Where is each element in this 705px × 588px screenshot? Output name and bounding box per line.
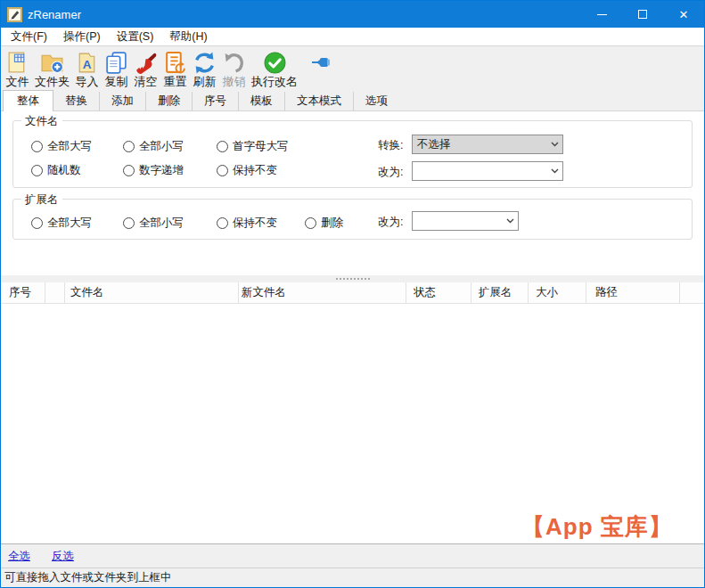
invert-selection-link[interactable]: 反选 xyxy=(52,549,74,564)
column-header-filler xyxy=(680,282,704,303)
tab-text-mode[interactable]: 文本模式 xyxy=(285,92,354,110)
column-header-extension[interactable]: 扩展名 xyxy=(471,282,529,303)
menu-help[interactable]: 帮助(H) xyxy=(161,28,215,45)
groupbox-title: 扩展名 xyxy=(21,192,62,208)
toolbar: 文件 文件夹 A 导入 复制 清空 xyxy=(1,46,704,90)
tab-add[interactable]: 添加 xyxy=(100,92,146,110)
filename-convert-select[interactable]: 不选择 xyxy=(412,135,563,154)
reset-document-icon xyxy=(163,51,187,75)
column-header-filename[interactable]: 文件名 xyxy=(65,282,239,303)
ext-keep-radio[interactable]: 保持不变 xyxy=(217,216,277,230)
maximize-button[interactable] xyxy=(622,1,663,28)
folder-plus-icon xyxy=(40,51,64,75)
toolbar-label: 重置 xyxy=(164,75,187,88)
tab-options[interactable]: 选项 xyxy=(354,92,399,110)
ext-delete-radio[interactable]: 删除 xyxy=(305,216,343,230)
ext-lowercase-radio[interactable]: 全部小写 xyxy=(123,216,184,230)
window-controls: ✕ xyxy=(581,1,704,28)
column-header-index[interactable]: 序号 xyxy=(1,282,45,303)
column-header-path[interactable]: 路径 xyxy=(586,282,680,303)
maximize-icon xyxy=(638,10,647,19)
title-bar: zRenamer ✕ xyxy=(1,1,704,28)
ext-uppercase-radio[interactable]: 全部大写 xyxy=(31,216,92,230)
groupbox-title: 文件名 xyxy=(21,114,62,129)
execute-rename-button[interactable]: 执行改名 xyxy=(249,50,300,89)
filename-groupbox: 文件名 全部大写 全部小写 首字母大写 随机数 数字递增 xyxy=(12,120,693,188)
splitter-grip-icon xyxy=(336,278,370,280)
radio-circle-icon xyxy=(123,165,135,176)
status-bar: 可直接拖入文件或文件夹到上框中 xyxy=(1,568,704,587)
toolbar-label: 执行改名 xyxy=(251,75,298,88)
menu-operation[interactable]: 操作(P) xyxy=(55,28,109,45)
minimize-icon xyxy=(597,14,607,15)
clear-button[interactable]: 清空 xyxy=(131,50,160,89)
check-circle-icon xyxy=(263,51,287,75)
filename-uppercase-radio[interactable]: 全部大写 xyxy=(31,139,92,153)
svg-text:A: A xyxy=(83,58,92,71)
column-header-status[interactable]: 状态 xyxy=(406,282,471,303)
filename-increment-radio[interactable]: 数字递增 xyxy=(123,163,184,177)
toolbar-label: 复制 xyxy=(105,75,128,88)
change-to-label: 改为: xyxy=(378,165,410,180)
copy-icon xyxy=(104,51,128,75)
menu-settings[interactable]: 设置(S) xyxy=(109,28,162,45)
convert-label: 转换: xyxy=(378,138,410,153)
refresh-icon xyxy=(193,51,217,75)
tab-template[interactable]: 模板 xyxy=(239,92,285,110)
filename-capitalize-radio[interactable]: 首字母大写 xyxy=(217,139,289,153)
reset-button[interactable]: 重置 xyxy=(160,50,190,89)
copy-button[interactable]: 复制 xyxy=(102,50,131,89)
filename-changeto-select[interactable] xyxy=(412,161,563,181)
status-text: 可直接拖入文件或文件夹到上框中 xyxy=(4,570,172,585)
window-title: zRenamer xyxy=(28,8,81,21)
chevron-down-icon xyxy=(547,162,562,180)
radio-circle-icon xyxy=(31,165,43,176)
chevron-down-icon xyxy=(547,135,562,153)
tab-overall[interactable]: 整体 xyxy=(3,90,53,111)
file-icon xyxy=(5,51,29,75)
filename-random-radio[interactable]: 随机数 xyxy=(31,163,81,177)
chevron-down-icon xyxy=(503,212,518,230)
toolbar-label: 刷新 xyxy=(193,75,217,88)
splitter-handle[interactable] xyxy=(1,275,704,282)
add-files-button[interactable]: 文件 xyxy=(3,50,32,89)
filename-keep-radio[interactable]: 保持不变 xyxy=(217,163,277,177)
change-to-label: 改为: xyxy=(378,215,410,230)
close-button[interactable]: ✕ xyxy=(663,1,704,28)
toolbar-label: 文件 xyxy=(6,75,29,88)
tab-strip: 整体 替换 添加 删除 序号 模板 文本模式 选项 xyxy=(1,90,704,111)
column-header-new-filename[interactable]: 新文件名 xyxy=(239,282,406,303)
tab-replace[interactable]: 替换 xyxy=(53,92,100,110)
selection-bar: 全选 反选 xyxy=(1,544,704,568)
refresh-button[interactable]: 刷新 xyxy=(190,50,219,89)
radio-circle-icon xyxy=(217,165,228,176)
toolbar-label: 撤销 xyxy=(223,75,246,88)
toolbar-label: 清空 xyxy=(135,75,158,88)
tab-number[interactable]: 序号 xyxy=(193,92,239,110)
table-body[interactable]: 【App 宝库】 xyxy=(1,304,704,543)
radio-circle-icon xyxy=(217,217,228,229)
ext-changeto-select[interactable] xyxy=(412,211,519,231)
add-folder-button[interactable]: 文件夹 xyxy=(32,50,72,89)
filename-lowercase-radio[interactable]: 全部小写 xyxy=(123,139,184,153)
brush-icon xyxy=(134,51,158,75)
column-header-blank[interactable] xyxy=(45,282,65,303)
column-header-size[interactable]: 大小 xyxy=(529,282,586,303)
tab-delete[interactable]: 删除 xyxy=(146,92,193,110)
minimize-button[interactable] xyxy=(581,1,622,28)
radio-circle-icon xyxy=(31,141,43,152)
folder-import-icon: A xyxy=(75,51,99,75)
radio-circle-icon xyxy=(123,141,135,152)
radio-circle-icon xyxy=(31,217,43,229)
extension-groupbox: 扩展名 全部大写 全部小写 保持不变 删除 改为: xyxy=(12,199,693,240)
table-header-row: 序号 文件名 新文件名 状态 扩展名 大小 路径 xyxy=(1,282,704,304)
watermark-text: 【App 宝库】 xyxy=(521,511,673,543)
pin-toolbar-icon[interactable] xyxy=(311,56,332,71)
radio-circle-icon xyxy=(123,217,135,229)
undo-button[interactable]: 撤销 xyxy=(219,50,249,89)
select-all-link[interactable]: 全选 xyxy=(8,549,30,564)
undo-icon xyxy=(222,51,246,75)
menu-file[interactable]: 文件(F) xyxy=(3,28,55,45)
app-logo-icon xyxy=(7,7,22,22)
import-button[interactable]: A 导入 xyxy=(72,50,102,89)
